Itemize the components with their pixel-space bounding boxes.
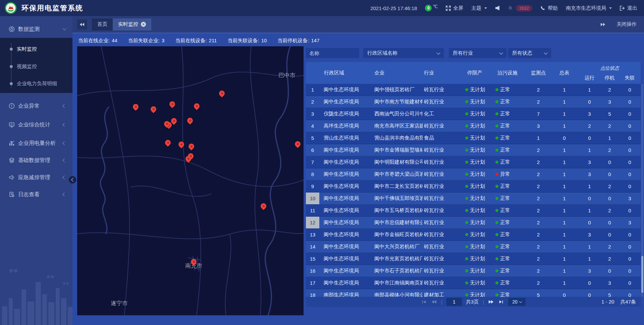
table-scrollbar-thumb[interactable] [641,256,643,293]
status-label: 正常 [500,123,510,129]
table-row[interactable]: 8阆中生态环境局阆中市枣碧大梁山页岩砖瓦行业无计划异常21300 [306,168,641,180]
table-row[interactable]: 3仪陇生态环境局西南油气田分公司川中化工无计划正常71350 [306,108,641,120]
sidebar-item-数据监测[interactable]: 数据监测 [0,23,72,35]
table-row[interactable]: 11阆中生态环境局阆中市五马桥页岩机砖砖瓦行业无计划正常21120 [306,205,641,217]
range-label: 1 - 20 [601,299,614,305]
table-row[interactable]: 18南部生态环境局南部县砌体小河有限公建材加工无计划正常50050 [306,289,641,297]
status-dot-icon [465,137,468,140]
datetime: 2021-02-25 17:46:18 [370,5,417,11]
tab-close-icon[interactable]: ✕ [141,22,146,27]
cell-industry: 化工 [423,108,465,120]
cell-limit-status: 无计划 [465,253,495,265]
table-row[interactable]: 9阆中生态环境局阆中市二龙长宝页岩砖砖瓦行业无计划正常21120 [306,180,641,193]
row-number: 17 [306,277,319,289]
status-label: 无计划 [470,147,485,153]
first-page-button[interactable] [421,300,427,304]
table-row[interactable]: 14阆中生态环境局阆中大兴页岩机砖厂砖瓦行业无计划正常21120 [306,241,641,253]
cell-lost: 0 [619,289,641,297]
exit-icon [620,6,625,11]
table-row[interactable]: 13阆中生态环境局阆中市金福旺页岩机砖砖瓦行业无计划正常21300 [306,229,641,241]
cell-total: 0 [550,132,579,144]
table-row[interactable]: 12阆中生态环境局阆中市忠信建材有限公砖瓦行业无计划正常21003 [306,217,641,229]
table-row[interactable]: 17阆中生态环境局阆中市江南镇阆南页岩砖瓦行业无计划正常21030 [306,277,641,289]
table-row[interactable]: 7阆中生态环境局阆中明阳建材有限公司砖瓦行业无计划正常21300 [306,156,641,168]
sidebar-item-企业用电量分析[interactable]: 企业用电量分析 [0,137,72,149]
last-page-button[interactable] [498,300,504,304]
org-dropdown[interactable]: 南充市生态环境局 [566,5,612,11]
cell-run: 1 [579,205,600,216]
status-filter-select[interactable]: 所有状态 [508,48,551,58]
notification-button[interactable]: 2632 [508,5,532,11]
company-name-filter-input[interactable] [306,48,359,58]
status-label: 正常 [500,256,510,262]
cell-company: 阆中市光富页岩机砖厂 [373,253,423,265]
cell-total: 1 [550,180,579,192]
status-label: 无计划 [470,159,485,165]
sidebar-item-日志查看[interactable]: 日志查看 [0,188,72,201]
table-row[interactable]: 16阆中生态环境局阆中市石子页岩机砖厂砖瓦行业无计划正常21300 [306,265,641,277]
cell-stop: 2 [600,144,619,156]
table-row[interactable]: 1阆中生态环境局阆中强锐页岩砖厂砖瓦行业无计划正常21120 [306,84,641,96]
page-number-input[interactable]: 1 [446,298,462,306]
fullscreen-icon [446,6,451,11]
sidebar-item-企业异常[interactable]: 企业异常 [0,100,72,112]
table-row[interactable]: 6阆中生态环境局阆中市金博瑞新型墙材砖瓦行业无计划正常21120 [306,144,641,156]
help-button[interactable]: 帮助 [540,5,558,11]
logout-button[interactable]: 退出 [620,5,637,11]
sidebar-subitem-实时监控[interactable]: 实时监控 [0,43,72,55]
table-row[interactable]: 15阆中生态环境局阆中市光富页岩机砖厂砖瓦行业无计划正常21120 [306,253,641,265]
theme-dropdown[interactable]: 主题 [471,5,487,11]
org-name: 南充市生态环境局 [566,5,606,11]
table-row[interactable]: 10阆中生态环境局阆中千佛镇五郎垭页岩砖瓦行业无计划正常21003 [306,193,641,205]
cell-stop: 0 [600,229,619,240]
sidebar-item-企业综合统计[interactable]: 企业综合统计 [0,119,72,131]
sidebar-item-应急减排管理[interactable]: 应急减排管理 [0,171,72,183]
cell-company: 阆中明阳建材有限公司 [373,156,423,168]
cell-company: 阆中强锐页岩砖厂 [373,84,423,96]
status-dot-icon [495,269,498,272]
status-label: 无计划 [470,111,485,117]
cell-industry: 建材加工 [423,289,465,297]
status-label: 正常 [500,280,510,286]
table-scrollbar-track[interactable] [641,84,643,297]
cell-region: 阆中生态环境局 [319,217,373,228]
close-operations-button[interactable]: 关闭操作 [616,21,637,28]
page-size-select[interactable]: 20 [508,298,526,306]
cell-lost: 0 [619,144,641,156]
next-page-button[interactable] [488,300,494,304]
cell-run: 0 [579,132,600,144]
cell-industry: 砖瓦行业 [423,193,465,204]
cell-lost: 0 [619,156,641,168]
sidebar-item-基础数据管理[interactable]: 基础数据管理 [0,154,72,166]
cell-stop: 2 [600,241,619,253]
sidebar-subitem-视频监控[interactable]: 视频监控 [0,60,72,72]
region-filter-select[interactable]: 行政区域名称 [363,48,444,58]
status-label: 正常 [500,268,510,274]
map-panel[interactable]: 巴中市南充市遂宁市 [77,46,304,315]
sound-toggle-button[interactable] [495,5,500,11]
status-dot-icon [465,269,468,272]
stat-value: 44 [112,38,117,44]
cell-monitor: 7 [527,108,550,120]
sidebar-collapse-handle[interactable] [69,176,76,183]
table-row[interactable]: 5营山生态环境局营山县润丰肉食品有限食品无计划正常10010 [306,132,641,144]
tabs-scroll-left-button[interactable] [77,19,87,30]
row-number: 5 [306,132,319,144]
tab-首页[interactable]: 首页 [92,18,113,31]
table-row[interactable]: 2阆中生态环境局阆中市南方节能建材有砖瓦行业无计划正常21030 [306,96,641,108]
table-row[interactable]: 4高坪生态环境局南充市高坪区王家店建砖瓦行业无计划正常31220 [306,120,641,132]
chevron-down-icon [499,51,503,54]
cell-stop: 2 [600,180,619,192]
fullscreen-button[interactable]: 全屏 [446,5,463,11]
cell-limit-status: 无计划 [465,217,495,228]
cell-total: 1 [550,144,579,156]
tab-实时监控[interactable]: 实时监控✕ [113,18,151,31]
industry-filter-value: 所有行业 [453,50,473,56]
industry-filter-select[interactable]: 所有行业 [449,48,506,58]
prev-page-button[interactable] [431,300,437,304]
double-left-icon [80,23,82,26]
row-number: 11 [306,205,319,216]
row-number: 14 [306,241,319,253]
tabs-scroll-right-button[interactable] [598,19,608,30]
sidebar-subitem-企业电力负荷明细[interactable]: 企业电力负荷明细 [0,77,72,90]
